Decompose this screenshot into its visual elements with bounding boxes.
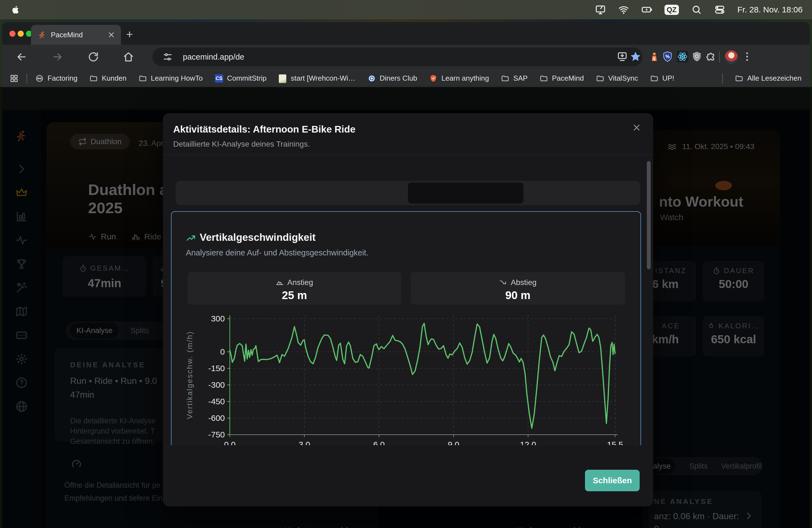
- all-bookmarks-button[interactable]: Alle Lesezeichen: [722, 73, 810, 84]
- battery-icon[interactable]: [641, 4, 652, 15]
- menubar-clock[interactable]: Fr. 28. Nov. 18:06: [737, 5, 802, 14]
- macos-menubar: QZ Fr. 28. Nov. 18:06: [0, 0, 812, 19]
- svg-text:9.0: 9.0: [448, 440, 459, 445]
- modal-subtitle: Detaillierte KI-Analyse deines Trainings…: [173, 140, 310, 149]
- qz-app-badge[interactable]: QZ: [665, 5, 679, 15]
- modal-scrollbar[interactable]: [647, 161, 651, 269]
- svg-text:0: 0: [220, 347, 225, 356]
- svg-text:12.0: 12.0: [520, 440, 536, 445]
- diners-icon: [367, 74, 376, 83]
- folder-icon: [89, 74, 98, 83]
- vertical-speed-card: Vertikalgeschwindigkeit Analysiere deine…: [171, 211, 641, 445]
- vertical-speed-chart: 3000-150-300-450-600-7500.03.06.09.012.0…: [183, 312, 625, 445]
- svg-text:-600: -600: [208, 413, 225, 423]
- profile-avatar[interactable]: [725, 50, 738, 63]
- bookmark-star-icon[interactable]: [630, 51, 641, 62]
- modal-title: Aktivitätsdetails: Afternoon E-Bike Ride: [173, 124, 356, 135]
- toolbar-separator: [719, 52, 720, 62]
- bookmark-item[interactable]: Learn anything: [429, 74, 489, 83]
- spotlight-search-icon[interactable]: [691, 4, 702, 15]
- svg-text:6.0: 6.0: [373, 440, 385, 445]
- bookmark-item[interactable]: Factoring: [35, 74, 77, 83]
- close-icon[interactable]: [632, 122, 642, 133]
- react-devtools-extension-icon[interactable]: [677, 51, 688, 62]
- close-window-button[interactable]: [10, 31, 15, 37]
- tab-strip: PaceMind +: [2, 22, 810, 45]
- svg-text:-150: -150: [208, 364, 225, 373]
- svg-text:-300: -300: [208, 380, 225, 390]
- apple-menu-icon[interactable]: [11, 4, 20, 15]
- site-settings-icon[interactable]: [162, 52, 173, 62]
- bookmark-items: Factoring Kunden Learning HowTo CS Commi…: [35, 74, 686, 83]
- bookmark-item[interactable]: VitalSync: [596, 74, 638, 83]
- modal-tab[interactable]: [408, 182, 523, 204]
- tab-title: PaceMind: [51, 31, 107, 39]
- bookmark-item[interactable]: SAP: [501, 74, 527, 83]
- install-app-icon[interactable]: [617, 51, 628, 62]
- extensions-puzzle-icon[interactable]: [706, 51, 717, 62]
- bookmark-item[interactable]: Diners Club: [367, 74, 417, 83]
- folder-icon: [501, 74, 509, 83]
- folder-icon: [139, 74, 147, 83]
- new-tab-button[interactable]: +: [123, 28, 136, 41]
- shield-percent-extension-icon[interactable]: %: [662, 51, 673, 62]
- shield-orange-icon: [429, 74, 437, 83]
- ascent-stat: Anstieg 25 m: [188, 272, 401, 305]
- bookmark-item[interactable]: PaceMind: [540, 74, 584, 83]
- activity-details-modal: Aktivitätsdetails: Afternoon E-Bike Ride…: [163, 113, 653, 507]
- descent-stat: Abstieg 90 m: [411, 272, 625, 305]
- control-center-icon[interactable]: [714, 4, 725, 15]
- back-button[interactable]: [15, 51, 28, 63]
- folder-icon: [735, 74, 743, 83]
- lighthouse-extension-icon[interactable]: [649, 51, 660, 62]
- card-subtitle: Analysiere deine Auf- und Abstiegsgeschw…: [186, 248, 368, 258]
- apps-grid-icon[interactable]: [10, 74, 19, 83]
- close-button[interactable]: Schließen: [585, 470, 640, 491]
- tab-close-icon[interactable]: [107, 31, 115, 39]
- svg-text:-450: -450: [208, 397, 225, 406]
- bookmark-item[interactable]: start [Wrehcon-Wi…: [279, 74, 356, 83]
- modal-footer: Schließen: [163, 445, 653, 507]
- trending-up-icon: [186, 233, 197, 243]
- screen-mirroring-icon[interactable]: [595, 4, 606, 15]
- reload-button[interactable]: [87, 51, 99, 63]
- screen: QZ Fr. 28. Nov. 18:06 PaceMind +: [0, 0, 812, 528]
- note-icon: [279, 74, 287, 83]
- url-text: pacemind.app/de: [183, 53, 244, 62]
- svg-text:15.5: 15.5: [607, 440, 623, 445]
- bookmarks-separator: [27, 73, 27, 84]
- modal-tabs: [176, 181, 640, 205]
- bookmark-item[interactable]: Kunden: [89, 74, 127, 83]
- folder-icon: [540, 74, 548, 83]
- globe2-icon: [35, 74, 44, 83]
- bookmark-item[interactable]: CS CommitStrip: [215, 74, 266, 83]
- svg-text:Vertikalgeschw. (m/h): Vertikalgeschw. (m/h): [186, 331, 194, 419]
- mountain-icon: [276, 278, 284, 287]
- home-button[interactable]: [122, 51, 134, 63]
- svg-text:0.0: 0.0: [224, 440, 236, 445]
- bookmark-item[interactable]: UP!: [650, 74, 674, 83]
- privacy-shield-extension-icon[interactable]: [691, 51, 702, 62]
- modal-tab[interactable]: [523, 182, 639, 204]
- bookmarks-bar: Factoring Kunden Learning HowTo CS Commi…: [2, 69, 810, 88]
- card-title: Vertikalgeschwindigkeit: [200, 232, 315, 243]
- bookmark-item[interactable]: Learning HowTo: [139, 74, 203, 83]
- svg-text:3.0: 3.0: [299, 440, 310, 445]
- cs-icon: CS: [215, 74, 223, 83]
- pacemind-favicon: [38, 31, 46, 39]
- folder-icon: [650, 74, 658, 83]
- svg-text:%: %: [665, 54, 670, 59]
- descend-icon: [499, 278, 507, 287]
- forward-button[interactable]: [52, 51, 63, 63]
- svg-text:300: 300: [211, 314, 225, 323]
- modal-scroll-area[interactable]: Vertikalgeschwindigkeit Analysiere deine…: [163, 155, 653, 445]
- folder-icon: [596, 74, 604, 83]
- minimize-window-button[interactable]: [18, 31, 24, 37]
- address-bar[interactable]: pacemind.app/de: [153, 47, 642, 66]
- chrome-menu-icon[interactable]: [741, 51, 753, 62]
- modal-tab[interactable]: [293, 182, 408, 204]
- modal-tab[interactable]: [177, 182, 293, 204]
- modal-divider: [163, 155, 653, 155]
- browser-tab[interactable]: PaceMind: [31, 25, 121, 45]
- wifi-icon[interactable]: [618, 4, 629, 15]
